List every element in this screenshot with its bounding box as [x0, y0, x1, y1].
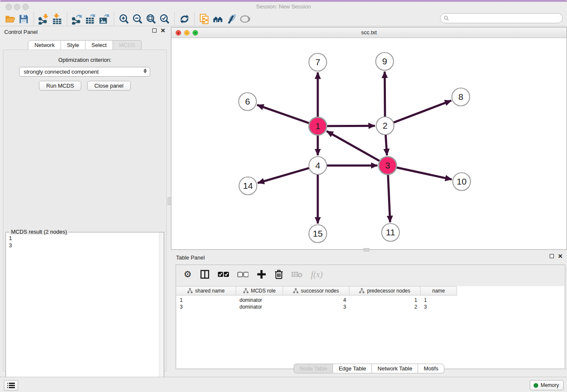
close-panel-icon[interactable]: ✕: [160, 28, 165, 33]
combo-stepper-icon: [143, 69, 147, 73]
tab-style[interactable]: Style: [61, 40, 85, 50]
tab-motifs[interactable]: Motifs: [418, 364, 444, 373]
graph-node-label: 4: [315, 160, 320, 170]
graph-edge[interactable]: [385, 72, 385, 117]
import-network-icon: [38, 14, 49, 25]
first-neighbors-button[interactable]: [211, 13, 225, 25]
table-row[interactable]: 1 dominator 4 1 1: [176, 297, 564, 304]
close-table-panel-icon[interactable]: ✕: [558, 254, 563, 258]
birds-eye-view-icon: [239, 14, 250, 25]
graph-node-label: 9: [382, 56, 387, 66]
tab-edge-table[interactable]: Edge Table: [333, 364, 372, 373]
column-header-predecessor-nodes[interactable]: predecessor nodes: [350, 287, 421, 295]
settings-gear-icon[interactable]: ⚙: [184, 270, 192, 279]
column-header-mcds-role[interactable]: MCDS role: [236, 287, 283, 295]
node-table-container: ⚙: [176, 265, 565, 369]
cell-predecessor-nodes: 1: [350, 297, 421, 304]
criterion-select[interactable]: strongly connected component: [19, 67, 150, 77]
refresh-layout-icon: [179, 14, 190, 25]
toolbar-separator: [33, 13, 34, 25]
network-canvas[interactable]: 7968124314101511: [171, 38, 567, 249]
cell-mcds-role: dominator: [236, 297, 283, 304]
import-network-button[interactable]: [37, 13, 50, 25]
graph-node-label: 7: [315, 57, 320, 67]
birds-eye-view-button[interactable]: [238, 13, 252, 25]
control-panel: Control Panel ✕ Network Style Select MCD…: [0, 26, 170, 375]
export-table-button[interactable]: [84, 13, 97, 25]
cell-name: 1: [421, 297, 457, 304]
hide-graphics-details-button[interactable]: [225, 13, 238, 25]
graph-edge[interactable]: [388, 174, 390, 222]
table-panel: Table Panel ✕ ⚙: [171, 252, 567, 377]
zoom-fit-button[interactable]: [144, 13, 158, 25]
zoom-in-icon: [118, 14, 129, 25]
cell-shared-name: 3: [176, 304, 236, 310]
export-image-icon: [99, 14, 110, 25]
graph-edge[interactable]: [396, 167, 452, 179]
add-column-icon[interactable]: [257, 270, 266, 279]
run-mcds-button[interactable]: Run MCDS: [39, 81, 81, 91]
tab-network-table[interactable]: Network Table: [372, 364, 418, 373]
split-view-icon[interactable]: [200, 270, 209, 279]
show-panels-button[interactable]: [4, 380, 18, 391]
tab-network[interactable]: Network: [28, 40, 61, 50]
mcds-panel: Optimization criterion: strongly connect…: [3, 50, 167, 371]
tab-select[interactable]: Select: [85, 40, 113, 50]
search-input[interactable]: [449, 14, 562, 22]
graph-edge[interactable]: [257, 105, 310, 123]
zoom-selected-icon: [159, 14, 170, 25]
float-table-panel-icon[interactable]: [550, 254, 554, 258]
column-header-name[interactable]: name: [421, 287, 457, 295]
close-panel-button[interactable]: Close panel: [87, 81, 131, 91]
toolbar-separator: [174, 13, 175, 25]
cell-predecessor-nodes: 2: [350, 304, 421, 310]
column-header-shared-name[interactable]: shared name: [176, 287, 236, 295]
tab-mcds[interactable]: MCDS: [113, 40, 141, 50]
tab-node-table[interactable]: Node Table: [294, 364, 333, 373]
window-title: Session: New Session: [0, 3, 567, 10]
graph-edge[interactable]: [394, 101, 451, 123]
delete-icon[interactable]: [275, 270, 283, 279]
zoom-fit-icon: [146, 14, 157, 25]
cell-name: 3: [421, 304, 457, 310]
column-header-successor-nodes[interactable]: successor nodes: [283, 287, 350, 295]
cell-successor-nodes: 4: [283, 297, 350, 304]
graph-edge[interactable]: [327, 131, 380, 161]
graph-node-label: 15: [313, 229, 322, 238]
table-header-row: shared name MCDS role successor nodes pr…: [176, 286, 457, 295]
cell-mcds-role: dominator: [236, 304, 283, 310]
zoom-out-button[interactable]: [131, 13, 144, 25]
graph-edge[interactable]: [327, 126, 375, 126]
deselect-all-icon[interactable]: [237, 271, 248, 277]
save-session-button[interactable]: [17, 13, 30, 25]
refresh-layout-button[interactable]: [178, 13, 191, 25]
float-panel-icon[interactable]: [152, 28, 157, 33]
graph-edge[interactable]: [385, 135, 387, 155]
export-image-button[interactable]: [97, 13, 111, 25]
memory-button[interactable]: Memory: [530, 380, 564, 390]
mcds-result-text[interactable]: 1 3: [6, 232, 159, 392]
status-bar: Memory: [0, 377, 567, 392]
function-builder-icon[interactable]: f(x): [311, 270, 323, 279]
delete-table-icon[interactable]: [292, 271, 303, 278]
search-field[interactable]: [440, 13, 563, 23]
graph-edge[interactable]: [258, 168, 309, 183]
zoom-in-button[interactable]: [117, 13, 131, 25]
new-network-from-selection-button[interactable]: [198, 13, 211, 25]
result-scrollbar[interactable]: [159, 232, 164, 392]
import-table-button[interactable]: [50, 13, 64, 25]
attribute-icon: [243, 288, 248, 293]
toolbar-separator: [194, 13, 195, 25]
table-row[interactable]: 3 dominator 3 2 3: [176, 304, 564, 310]
network-window-titlebar[interactable]: x − + scc.txt: [171, 28, 567, 38]
zoom-selected-button[interactable]: [158, 13, 171, 25]
select-all-icon[interactable]: [218, 271, 229, 277]
horizontal-splitter-grip[interactable]: [363, 248, 369, 251]
memory-status-icon: [534, 383, 538, 388]
network-title: scc.txt: [171, 29, 567, 36]
attribute-icon: [359, 288, 364, 293]
export-network-button[interactable]: [70, 13, 84, 25]
table-panel-title: Table Panel: [176, 254, 205, 261]
open-session-button[interactable]: [3, 13, 17, 25]
titlebar: Session: New Session: [0, 2, 567, 12]
